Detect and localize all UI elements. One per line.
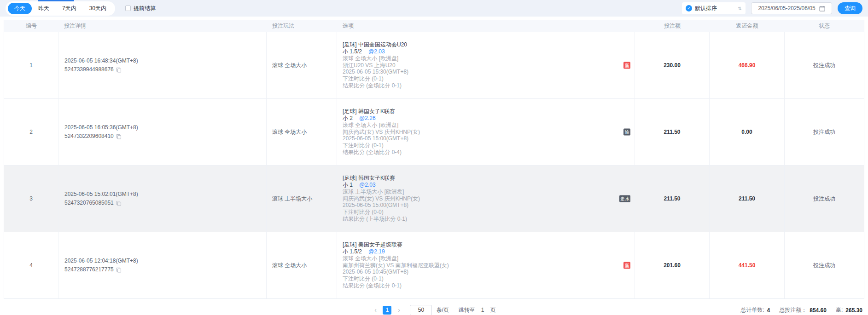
tab-yesterday[interactable]: 昨天 (32, 3, 56, 14)
stake-amount: 230.00 (635, 32, 710, 98)
bet-detail-cell: 2025-06-05 16:05:36(GMT+8) 5247332209608… (58, 99, 267, 165)
option-result-score: 结果比分 (上半场比分 0-1) (343, 216, 635, 223)
option-bet-score: 下注时比分 (0-1) (343, 142, 635, 149)
option-cell: [足球] 韩国女子K联赛 小 2@2.26 滚球 全场大小 [欧洲盘] 闻庆尚武… (337, 99, 635, 165)
page-size-input[interactable] (410, 305, 432, 315)
status-text: 投注成功 (785, 32, 864, 98)
bet-time: 2025-06-05 16:05:36(GMT+8) (64, 123, 266, 132)
option-market: 滚球 全场大小 [欧洲盘] (343, 122, 635, 129)
total-win-value: 265.30 (845, 307, 862, 313)
option-match-time: 2025-06-05 15:00(GMT+8) (343, 202, 635, 209)
total-stake-value: 854.60 (810, 307, 827, 313)
bet-id: 5247320765085051 (64, 199, 114, 207)
table-row: 3 2025-06-05 15:02:01(GMT+8) 52473207650… (4, 165, 864, 232)
header-return: 返还金额 (710, 20, 785, 32)
table-header-row: 编号 投注详情 投注玩法 选项 投注额 返还金额 状态 (4, 20, 864, 32)
copy-icon[interactable] (116, 67, 122, 73)
option-pick: 小 1 (343, 182, 353, 188)
date-range-input[interactable]: 2025/06/05-2025/06/05 (751, 2, 832, 14)
header-stake: 投注额 (635, 20, 710, 32)
return-amount: 466.90 (710, 32, 785, 98)
total-win-label: 赢: (836, 306, 843, 314)
result-badge: 输 (623, 129, 630, 136)
option-cell: [足球] 美国女子超级联赛 小 1.5/2@2.19 滚球 全场大小 [欧洲盘]… (337, 232, 635, 298)
stake-amount: 211.50 (635, 166, 710, 232)
play-type-cell: 滚球 全场大小 (267, 99, 337, 165)
option-pick: 小 1.5/2 (343, 48, 362, 55)
jump-page-value[interactable]: 1 (481, 307, 484, 313)
per-page-label: 条/页 (436, 306, 449, 314)
stake-amount: 211.50 (635, 99, 710, 165)
toolbar-right-group: ✓ 默认排序 ⇅ 2025/06/05-2025/06/05 查询 (682, 2, 862, 14)
option-pick: 小 1.5/2 (343, 248, 362, 255)
bet-detail-cell: 2025-06-05 12:04:18(GMT+8) 5247288776217… (58, 232, 267, 298)
play-type-cell: 滚球 全场大小 (267, 232, 337, 298)
option-match: 南加州荷兰狮(女) VS 南加利福尼亚联盟(女) (343, 262, 635, 269)
copy-icon[interactable] (116, 200, 122, 206)
page-unit-label: 页 (490, 306, 496, 314)
status-text: 投注成功 (785, 232, 864, 298)
sort-order-select[interactable]: ✓ 默认排序 ⇅ (682, 2, 746, 14)
option-odds-link[interactable]: @2.26 (359, 115, 376, 121)
option-bet-score: 下注时比分 (0-1) (343, 75, 635, 82)
option-match-time: 2025-06-05 10:45(GMT+8) (343, 269, 635, 275)
date-range-value: 2025/06/05-2025/06/05 (758, 5, 815, 11)
return-amount: 211.50 (710, 166, 785, 232)
option-match: 闻庆尚武(女) VS 庆州KHNP(女) (343, 195, 635, 202)
option-pick: 小 2 (343, 115, 353, 121)
page-number-button[interactable]: 1 (383, 306, 391, 315)
play-type-cell: 滚球 全场大小 (267, 32, 337, 98)
copy-icon[interactable] (116, 267, 122, 273)
option-league: [足球] 韩国女子K联赛 (343, 175, 635, 182)
option-market: 滚球 全场大小 [欧洲盘] (343, 255, 635, 262)
option-match-time: 2025-06-05 15:00(GMT+8) (343, 135, 635, 142)
option-odds-link[interactable]: @2.03 (368, 48, 385, 55)
row-number: 1 (4, 32, 58, 98)
option-league: [足球] 中国全国运动会U20 (343, 41, 635, 48)
option-match-time: 2025-06-05 15:30(GMT+8) (343, 69, 635, 75)
row-number: 4 (4, 232, 58, 298)
early-settle-label: 提前结算 (134, 5, 156, 12)
option-result-score: 结果比分 (全场比分 0-1) (343, 82, 635, 89)
result-badge: 赢 (623, 62, 630, 69)
option-market: 滚球 上半场大小 [欧洲盘] (343, 189, 635, 195)
option-cell: [足球] 韩国女子K联赛 小 1@2.03 滚球 上半场大小 [欧洲盘] 闻庆尚… (337, 166, 635, 232)
top-accent-bar (38, 0, 74, 1)
tab-30-days[interactable]: 30天内 (83, 3, 113, 14)
prev-page-button[interactable]: ‹ (372, 306, 379, 314)
bet-detail-cell: 2025-06-05 15:02:01(GMT+8) 5247320765085… (58, 166, 267, 232)
result-badge: 赢 (623, 262, 630, 269)
option-odds-link[interactable]: @2.19 (368, 248, 385, 255)
option-league: [足球] 美国女子超级联赛 (343, 241, 635, 248)
next-page-button[interactable]: › (396, 306, 402, 314)
option-league: [足球] 韩国女子K联赛 (343, 108, 635, 115)
bet-time: 2025-06-05 12:04:18(GMT+8) (64, 257, 266, 265)
status-text: 投注成功 (785, 166, 864, 232)
total-count-value: 4 (767, 307, 770, 313)
total-count-label: 总计单数: (740, 306, 764, 314)
copy-icon[interactable] (116, 134, 122, 139)
header-play-type: 投注玩法 (267, 20, 337, 32)
option-odds-link[interactable]: @2.03 (359, 182, 376, 188)
table-row: 2 2025-06-05 16:05:36(GMT+8) 52473322096… (4, 98, 864, 165)
bet-time: 2025-06-05 16:48:34(GMT+8) (64, 57, 266, 65)
date-filter-tab-group: 今天 昨天 7天内 30天内 (6, 1, 115, 16)
search-button[interactable]: 查询 (838, 2, 862, 14)
early-settle-checkbox[interactable] (125, 6, 131, 11)
total-stake-label: 总投注额： (779, 306, 807, 314)
stake-amount: 201.60 (635, 232, 710, 298)
header-status: 状态 (785, 20, 864, 32)
calendar-icon (819, 6, 825, 11)
tab-today[interactable]: 今天 (8, 3, 32, 14)
header-bet-detail: 投注详情 (58, 20, 267, 32)
footer-bar: ‹ 1 › 条/页 跳转至 1 页 总计单数: 4 总投注额： 854.60 赢… (0, 302, 868, 315)
tab-7-days[interactable]: 7天内 (56, 3, 83, 14)
bet-detail-cell: 2025-06-05 16:48:34(GMT+8) 5247339944988… (58, 32, 267, 98)
bet-history-table: 编号 投注详情 投注玩法 选项 投注额 返还金额 状态 1 2025-06-05… (4, 20, 864, 299)
totals-summary: 总计单数: 4 总投注额： 854.60 赢: 265.30 (740, 306, 862, 314)
option-match: 浙江U20 VS 上海U20 (343, 62, 635, 69)
result-badge: 走水 (619, 195, 630, 202)
bet-time: 2025-06-05 15:02:01(GMT+8) (64, 190, 266, 199)
table-row: 1 2025-06-05 16:48:34(GMT+8) 52473399449… (4, 32, 864, 98)
early-settle-checkbox-group[interactable]: 提前结算 (125, 5, 156, 12)
